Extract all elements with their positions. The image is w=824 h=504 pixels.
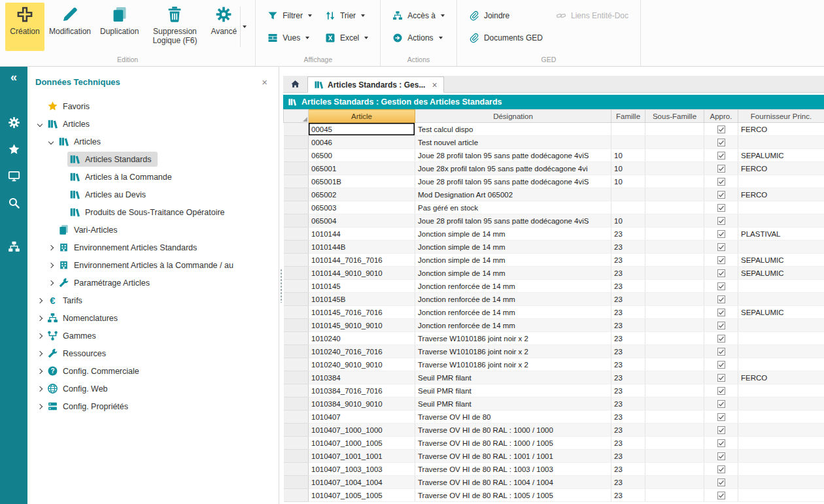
table-row[interactable]: 00046Test nouvel article — [284, 136, 824, 149]
duplication-button[interactable]: Duplication — [95, 3, 143, 51]
famille-cell[interactable]: 10 — [611, 149, 645, 162]
dropdown-arrow-icon[interactable] — [439, 37, 443, 39]
appro-checkbox[interactable] — [717, 479, 725, 486]
chevron-right-icon[interactable] — [45, 263, 56, 267]
article-cell[interactable]: 065002 — [309, 188, 415, 201]
table-row[interactable]: 1010145_7016_7016Jonction renforcée de 1… — [284, 306, 824, 319]
sous-famille-cell[interactable] — [645, 254, 704, 267]
fournisseur-cell[interactable]: FERCO — [738, 162, 824, 175]
fournisseur-cell[interactable]: FERCO — [738, 371, 824, 384]
famille-cell[interactable]: 23 — [611, 306, 645, 319]
iconbar-collapse-button[interactable]: « — [6, 69, 22, 85]
famille-cell[interactable]: 23 — [611, 371, 645, 384]
article-cell[interactable]: 00045 — [309, 123, 415, 136]
tree-item-vari-articles[interactable]: Vari-Articles — [27, 221, 279, 239]
appro-checkbox[interactable] — [717, 295, 725, 303]
famille-cell[interactable]: 10 — [611, 162, 645, 175]
fournisseur-cell[interactable] — [738, 384, 824, 397]
row-selector[interactable] — [284, 188, 309, 201]
fournisseur-cell[interactable]: SEPALUMIC — [738, 149, 824, 162]
appro-checkbox[interactable] — [717, 152, 725, 160]
appro-checkbox[interactable] — [717, 191, 725, 199]
row-selector[interactable] — [284, 463, 309, 476]
article-cell[interactable]: 1010145 — [309, 280, 415, 293]
tree-item-articles[interactable]: Articles — [27, 115, 279, 133]
chevron-right-icon[interactable] — [34, 369, 45, 373]
famille-cell[interactable]: 23 — [611, 411, 645, 424]
row-selector[interactable] — [284, 214, 309, 227]
row-selector[interactable] — [284, 254, 309, 267]
designation-cell[interactable]: Jonction simple de 14 mm — [415, 241, 611, 254]
table-row[interactable]: 1010407_1000_1000Traverse OV HI de 80 RA… — [284, 424, 824, 437]
table-row[interactable]: 1010145_9010_9010Jonction renforcée de 1… — [284, 319, 824, 332]
modification-button[interactable]: Modification — [44, 3, 95, 51]
tree-item-environnement-articles-standards[interactable]: Environnement Articles Standards — [27, 239, 279, 256]
fournisseur-cell[interactable]: FERCO — [738, 123, 824, 136]
sous-famille-cell[interactable] — [645, 201, 704, 214]
appro-checkbox[interactable] — [717, 269, 725, 277]
famille-cell[interactable]: 10 — [611, 175, 645, 188]
chevron-right-icon[interactable] — [34, 405, 45, 409]
row-selector[interactable] — [284, 437, 309, 450]
table-row[interactable]: 065002Mod Designation Art 065002FERCO — [284, 188, 824, 201]
appro-checkbox[interactable] — [717, 361, 725, 369]
article-cell[interactable]: 065003 — [309, 201, 415, 214]
chevron-right-icon[interactable] — [34, 352, 45, 356]
row-selector[interactable] — [284, 332, 309, 345]
chevron-right-icon[interactable] — [34, 334, 45, 338]
row-selector[interactable] — [284, 424, 309, 437]
table-row[interactable]: 065004Joue 28 profil talon 95 sans patte… — [284, 214, 824, 227]
sous-famille-cell[interactable] — [645, 267, 704, 280]
appro-checkbox[interactable] — [717, 204, 725, 212]
sous-famille-cell[interactable] — [645, 411, 704, 424]
excel-button[interactable]: Excel — [325, 30, 368, 46]
article-cell[interactable]: 1010144_9010_9010 — [309, 267, 415, 280]
fournisseur-cell[interactable] — [738, 424, 824, 437]
row-selector[interactable] — [284, 306, 309, 319]
dropdown-arrow-icon[interactable] — [305, 37, 309, 39]
fournisseur-cell[interactable] — [738, 293, 824, 306]
row-selector[interactable] — [284, 136, 309, 149]
designation-cell[interactable]: Joue 28x profil talon 95 sans patte dodé… — [415, 162, 611, 175]
table-row[interactable]: 065003Pas géré en stock — [284, 201, 824, 214]
designation-cell[interactable]: Pas géré en stock — [415, 201, 611, 214]
table-row[interactable]: 065001Joue 28x profil talon 95 sans patt… — [284, 162, 824, 175]
filtrer-button[interactable]: Filtrer — [267, 8, 312, 24]
sous-famille-cell[interactable] — [645, 424, 704, 437]
famille-cell[interactable]: 23 — [611, 397, 645, 411]
appro-checkbox[interactable] — [717, 439, 725, 447]
sous-famille-cell[interactable] — [645, 293, 704, 306]
fournisseur-cell[interactable] — [738, 397, 824, 411]
column-header-appro[interactable]: Appro. — [704, 110, 738, 123]
table-row[interactable]: 1010407Traverse OV HI de 8023 — [284, 411, 824, 424]
designation-cell[interactable]: Traverse W1010186 joint noir x 2 — [415, 332, 611, 345]
tree-item-articles[interactable]: Articles — [27, 133, 279, 150]
fournisseur-cell[interactable] — [738, 201, 824, 214]
table-row[interactable]: 1010240_7016_7016Traverse W1010186 joint… — [284, 345, 824, 358]
article-cell[interactable]: 00046 — [309, 136, 415, 149]
sous-famille-cell[interactable] — [645, 280, 704, 293]
fournisseur-cell[interactable] — [738, 332, 824, 345]
designation-cell[interactable]: Traverse OV HI de 80 RAL : 1005 / 1005 — [415, 489, 611, 502]
table-row[interactable]: 1010384Seuil PMR filant23FERCO — [284, 371, 824, 384]
table-row[interactable]: 1010384_9010_9010Seuil PMR filant23 — [284, 397, 824, 411]
table-row[interactable]: 1010407_1004_1004Traverse OV HI de 80 RA… — [284, 476, 824, 489]
sous-famille-cell[interactable] — [645, 214, 704, 227]
appro-checkbox[interactable] — [717, 335, 725, 343]
designation-cell[interactable]: Seuil PMR filant — [415, 384, 611, 397]
designation-cell[interactable]: Traverse W1010186 joint noir x 2 — [415, 358, 611, 371]
fournisseur-cell[interactable] — [738, 345, 824, 358]
select-all-corner[interactable] — [284, 110, 309, 123]
table-row[interactable]: 1010145BJonction renforcée de 14 mm23 — [284, 293, 824, 306]
sous-famille-cell[interactable] — [645, 450, 704, 463]
row-selector[interactable] — [284, 371, 309, 384]
fournisseur-cell[interactable] — [738, 463, 824, 476]
fournisseur-cell[interactable] — [738, 175, 824, 188]
appro-checkbox[interactable] — [717, 282, 725, 290]
row-selector[interactable] — [284, 123, 309, 136]
designation-cell[interactable]: Seuil PMR filant — [415, 371, 611, 384]
article-cell[interactable]: 1010407 — [309, 411, 415, 424]
article-cell[interactable]: 1010407_1003_1003 — [309, 463, 415, 476]
fournisseur-cell[interactable] — [738, 214, 824, 227]
iconbar-desktop-button[interactable] — [6, 168, 22, 184]
